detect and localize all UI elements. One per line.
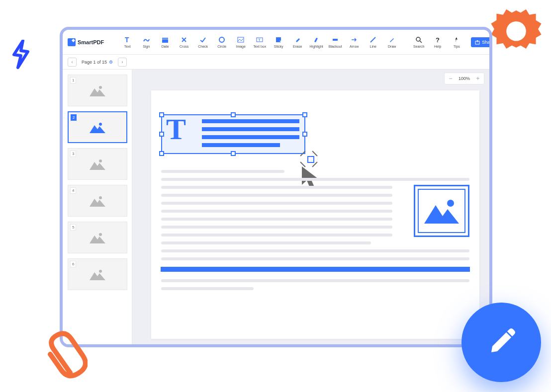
textbox-icon: T xyxy=(256,36,263,43)
pencil-icon xyxy=(388,36,395,43)
check-tool[interactable]: Check xyxy=(194,32,211,52)
decorative-paperclip-icon xyxy=(43,325,88,382)
tips-tool[interactable]: Tips xyxy=(448,32,465,52)
text-selection-box[interactable]: T xyxy=(161,114,305,154)
image-tool[interactable]: Image xyxy=(232,32,249,52)
resize-handle[interactable] xyxy=(159,132,164,137)
search-icon xyxy=(415,36,422,43)
text-line xyxy=(161,257,469,260)
page-indicator: Page 1 of 15 ⚙ xyxy=(82,60,113,65)
page-thumbnail-2[interactable]: 2 xyxy=(68,111,127,143)
prev-page-button[interactable]: ‹ xyxy=(68,58,77,67)
resize-handle[interactable] xyxy=(159,151,164,156)
share-button[interactable]: Share xyxy=(471,37,492,47)
page-thumbnail-5[interactable]: 5 xyxy=(68,222,127,253)
tips-icon xyxy=(453,36,460,43)
gear-icon[interactable]: ⚙ xyxy=(109,60,113,65)
textbox-tool[interactable]: TText box xyxy=(251,32,268,52)
text-line xyxy=(161,194,392,197)
svg-line-9 xyxy=(370,37,375,42)
svg-point-19 xyxy=(99,270,102,273)
circle-tool[interactable]: Circle xyxy=(213,32,230,52)
arrow-tool[interactable]: Arrow xyxy=(346,32,363,52)
resize-handle-se[interactable] xyxy=(307,156,314,163)
decorative-edit-fab xyxy=(461,303,541,382)
text-line xyxy=(161,241,371,244)
document-page[interactable]: T xyxy=(151,90,479,339)
resize-handle[interactable] xyxy=(302,132,307,137)
page-thumbnail-1[interactable]: 1 xyxy=(68,75,127,106)
page-thumbnail-3[interactable]: 3 xyxy=(68,148,127,180)
text-line xyxy=(161,218,392,221)
zoom-control: − 100% + xyxy=(444,73,484,84)
calendar-icon xyxy=(162,36,169,43)
resize-handle[interactable] xyxy=(159,112,164,117)
svg-point-10 xyxy=(416,37,420,41)
circle-icon xyxy=(218,36,225,43)
svg-rect-4 xyxy=(238,37,244,42)
sign-icon xyxy=(143,36,150,43)
search-tool[interactable]: Search xyxy=(410,32,427,52)
cross-tool[interactable]: Cross xyxy=(176,32,192,52)
svg-point-18 xyxy=(99,233,102,236)
erase-icon xyxy=(294,36,301,43)
share-icon xyxy=(475,40,480,45)
selected-line[interactable] xyxy=(161,267,469,271)
draw-tool[interactable]: Draw xyxy=(383,32,400,52)
svg-point-20 xyxy=(447,200,454,207)
page-thumbnail-4[interactable]: 4 xyxy=(68,185,127,217)
svg-text:?: ? xyxy=(436,36,440,43)
arrow-icon xyxy=(351,36,358,43)
date-tool[interactable]: Date xyxy=(157,32,174,52)
decorative-lightning-icon xyxy=(11,40,31,72)
page-thumbnail-6[interactable]: 6 xyxy=(68,258,127,290)
image-placeholder-icon xyxy=(90,84,105,96)
editing-tools: TText Sign Date Cross Check Circle Image… xyxy=(119,32,400,52)
erase-tool[interactable]: Erase xyxy=(289,32,306,52)
image-placeholder[interactable] xyxy=(414,185,469,237)
text-line xyxy=(161,234,392,236)
svg-point-16 xyxy=(99,159,102,162)
next-page-button[interactable]: › xyxy=(118,58,127,67)
cross-icon xyxy=(181,36,187,43)
text-tool[interactable]: TText xyxy=(119,32,136,52)
decorative-gear xyxy=(489,5,544,60)
sub-toolbar: ‹ Page 1 of 15 ⚙ › xyxy=(63,55,489,70)
canvas-area[interactable]: − 100% + T xyxy=(132,70,489,344)
svg-point-17 xyxy=(99,196,102,199)
svg-text:T: T xyxy=(258,38,261,42)
highlight-tool[interactable]: Highlight xyxy=(308,32,325,52)
svg-line-11 xyxy=(420,41,422,43)
svg-point-14 xyxy=(99,86,102,89)
text-line xyxy=(161,210,392,213)
text-line xyxy=(161,287,254,290)
resize-handle[interactable] xyxy=(302,112,307,117)
svg-point-15 xyxy=(99,123,102,126)
svg-point-3 xyxy=(219,37,224,42)
text-line xyxy=(161,202,392,205)
image-placeholder-icon xyxy=(90,158,105,170)
highlight-icon xyxy=(313,36,320,43)
sticky-tool[interactable]: Sticky xyxy=(270,32,287,52)
help-tool[interactable]: ?Help xyxy=(429,32,446,52)
blackout-tool[interactable]: Blackout xyxy=(327,32,344,52)
line-icon xyxy=(369,36,376,43)
zoom-out-button[interactable]: − xyxy=(446,74,456,83)
sign-tool[interactable]: Sign xyxy=(138,32,155,52)
page-navigation: ‹ Page 1 of 15 ⚙ › xyxy=(68,58,127,67)
thumbnail-sidebar: 1 2 3 4 5 6 xyxy=(63,70,132,344)
resize-handle[interactable] xyxy=(231,112,236,117)
zoom-in-button[interactable]: + xyxy=(473,74,483,83)
resize-handle[interactable] xyxy=(231,151,236,156)
check-icon xyxy=(199,36,206,43)
image-placeholder-icon xyxy=(90,232,105,243)
svg-rect-2 xyxy=(162,39,168,39)
zoom-value: 100% xyxy=(456,76,473,81)
app-logo[interactable]: SmartPDF xyxy=(68,38,109,46)
text-lines xyxy=(202,119,299,151)
blackout-icon xyxy=(332,36,339,43)
line-tool[interactable]: Line xyxy=(365,32,381,52)
logo-icon xyxy=(68,38,76,46)
text-line xyxy=(161,249,469,252)
utility-tools: Search ?Help Tips xyxy=(410,32,465,52)
